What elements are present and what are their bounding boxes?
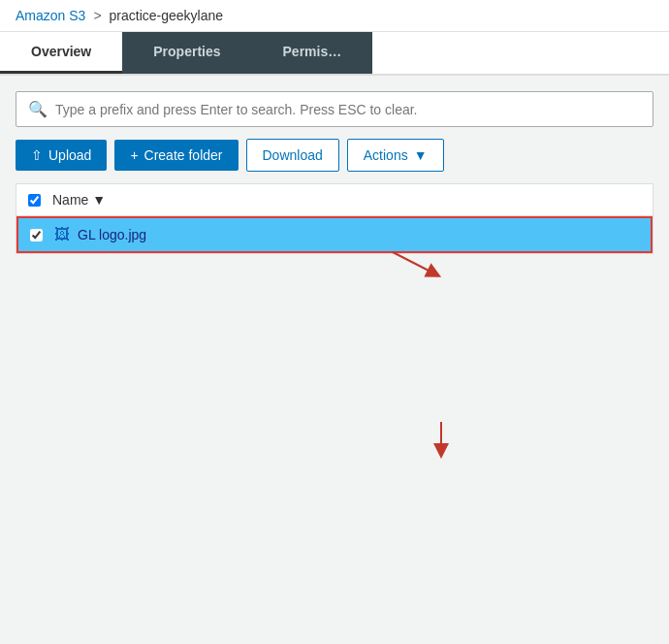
sort-icon: ▼ — [92, 192, 106, 208]
breadcrumb-s3-link[interactable]: Amazon S3 — [16, 8, 85, 23]
table-header: Name ▼ — [16, 184, 653, 216]
breadcrumb-bucket-name: practice-geekylane — [110, 8, 224, 23]
plus-icon: + — [130, 147, 138, 163]
chevron-down-icon: ▼ — [414, 147, 428, 163]
create-folder-button[interactable]: + Create folder — [114, 140, 238, 171]
breadcrumb: Amazon S3 > practice-geekylane — [0, 0, 669, 32]
file-checkbox[interactable] — [30, 229, 43, 242]
file-name: GL logo.jpg — [78, 227, 146, 242]
svg-line-2 — [393, 252, 434, 274]
search-bar: 🔍 — [16, 91, 653, 127]
tabs-bar: Overview Properties Permis… — [0, 32, 669, 76]
files-table: Name ▼ 🖼 GL logo.jpg — [16, 183, 653, 254]
tab-permissions[interactable]: Permis… — [252, 32, 373, 74]
col-name-header[interactable]: Name ▼ — [52, 192, 106, 208]
upload-icon: ⇧ — [31, 147, 43, 163]
table-row[interactable]: 🖼 GL logo.jpg — [16, 216, 653, 253]
search-icon: 🔍 — [28, 100, 48, 118]
tab-overview[interactable]: Overview — [0, 32, 122, 74]
select-all-checkbox[interactable] — [28, 194, 41, 207]
upload-button[interactable]: ⇧ Upload — [16, 140, 107, 171]
download-button[interactable]: Download — [246, 139, 339, 172]
tab-properties[interactable]: Properties — [122, 32, 251, 74]
search-input[interactable] — [55, 102, 641, 117]
file-icon: 🖼 — [54, 226, 70, 243]
toolbar: ⇧ Upload + Create folder Download Action… — [16, 139, 653, 172]
actions-button[interactable]: Actions ▼ — [347, 139, 444, 172]
breadcrumb-separator: > — [93, 8, 101, 23]
